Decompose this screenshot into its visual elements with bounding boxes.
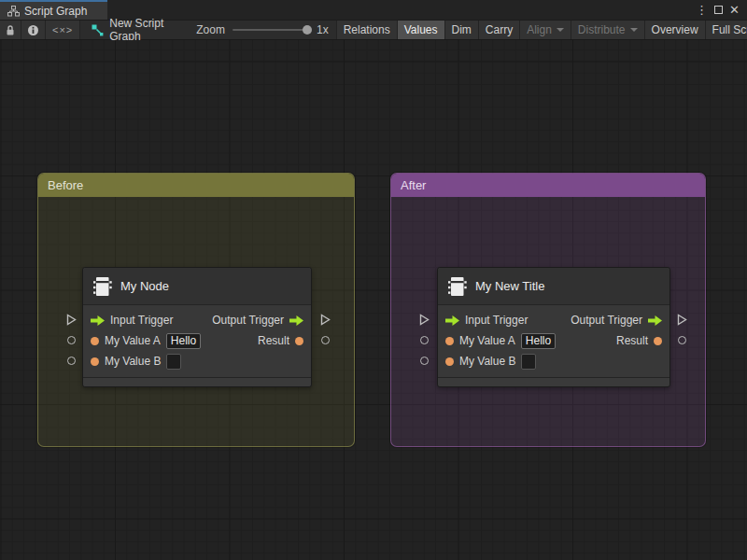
node-body: Input Trigger Output Trigger My Value A … (83, 305, 311, 377)
result-port[interactable]: Result (616, 334, 662, 347)
triangle-port-icon (66, 314, 77, 326)
graph-selector[interactable]: New Script Graph (80, 21, 183, 39)
value-a-input[interactable]: Hello (521, 333, 556, 349)
triangle-port-icon (419, 314, 430, 326)
kebab-menu-icon[interactable]: ⋮ (696, 4, 708, 16)
port-row-value-a: My Value A Hello Result (83, 330, 311, 351)
graph-toolbar: <×> New Script Graph Zoom 1x Relations V… (0, 20, 747, 40)
port-row-value-a: My Value A Hello Result (438, 330, 669, 351)
port-label: Result (616, 334, 648, 347)
align-label: Align (527, 23, 552, 36)
circle-port-icon (420, 336, 429, 344)
info-button[interactable] (21, 21, 46, 39)
value-port-icon (91, 337, 99, 345)
node-my-new-title[interactable]: My New Title Input Trigger Output Trigge… (437, 267, 670, 387)
value-port-icon (91, 357, 99, 366)
zoom-control: Zoom 1x (183, 21, 335, 39)
output-trigger-port[interactable]: Output Trigger (212, 314, 303, 327)
overview-button[interactable]: Overview (645, 21, 706, 39)
output-trigger-port[interactable]: Output Trigger (571, 314, 662, 327)
input-trigger-port[interactable]: Input Trigger (445, 314, 528, 327)
group-after-header[interactable]: After (391, 174, 705, 197)
value-b-port[interactable]: My Value B (445, 354, 536, 370)
value-input-port-outline[interactable] (64, 350, 78, 371)
zoom-label: Zoom (196, 23, 225, 36)
group-before-header[interactable]: Before (38, 174, 354, 197)
chevron-down-icon (557, 28, 564, 32)
value-b-input[interactable] (521, 354, 536, 370)
node-header[interactable]: My New Title (438, 268, 669, 305)
node-header[interactable]: My Node (83, 268, 311, 305)
group-before[interactable]: Before (37, 173, 355, 447)
window-controls: ⋮ ✕ (696, 0, 747, 20)
circle-port-icon (67, 357, 76, 365)
carry-button[interactable]: Carry (479, 21, 520, 39)
flow-input-port-outline[interactable] (64, 309, 78, 329)
script-graph-window: Script Graph ⋮ ✕ (0, 0, 747, 560)
node-footer (438, 377, 669, 386)
circle-port-icon (678, 336, 686, 344)
external-input-ports (417, 309, 430, 371)
graph-name-label: New Script Graph (109, 17, 174, 43)
value-b-port[interactable]: My Value B (91, 354, 181, 370)
external-output-ports (675, 309, 688, 350)
values-button[interactable]: Values (398, 21, 445, 39)
flow-arrow-icon (445, 315, 459, 326)
chevron-down-icon (630, 28, 638, 32)
tab-script-graph[interactable]: Script Graph (0, 0, 107, 20)
external-input-ports (64, 309, 78, 371)
port-label: Input Trigger (110, 314, 173, 327)
circle-port-icon (420, 357, 429, 365)
flow-input-port-outline[interactable] (417, 309, 430, 329)
port-row-value-b: My Value B (438, 351, 669, 371)
value-port-icon (445, 337, 454, 345)
distribute-label: Distribute (578, 23, 626, 36)
relations-button[interactable]: Relations (337, 21, 398, 39)
value-b-input[interactable] (166, 354, 181, 370)
group-after[interactable]: After (390, 173, 706, 447)
align-dropdown[interactable]: Align (520, 21, 571, 39)
node-my-node[interactable]: My Node Input Trigger Output Trigger (82, 267, 312, 387)
value-output-port-outline[interactable] (675, 329, 688, 350)
result-port[interactable]: Result (258, 334, 303, 347)
node-title: My Node (120, 279, 169, 293)
triangle-port-icon (677, 314, 687, 326)
node-footer (83, 377, 311, 386)
value-input-port-outline[interactable] (417, 329, 430, 350)
toolbar-button-group: Relations Values Dim Carry Align Distrib… (336, 21, 747, 39)
close-icon[interactable]: ✕ (729, 4, 740, 16)
input-trigger-port[interactable]: Input Trigger (91, 314, 173, 327)
value-a-input[interactable]: Hello (166, 333, 201, 349)
value-input-port-outline[interactable] (417, 350, 430, 371)
value-a-port[interactable]: My Value A Hello (445, 333, 556, 349)
zoom-value: 1x (317, 23, 329, 36)
lock-button[interactable] (0, 21, 21, 39)
flow-output-port-outline[interactable] (675, 309, 688, 329)
port-label: My Value A (459, 334, 515, 347)
graph-hierarchy-icon (7, 6, 20, 17)
flow-arrow-icon (289, 315, 303, 326)
distribute-dropdown[interactable]: Distribute (571, 21, 645, 39)
flow-arrow-icon (648, 315, 662, 326)
maximize-icon[interactable] (714, 6, 723, 14)
tab-title: Script Graph (24, 5, 87, 18)
info-icon (27, 24, 39, 36)
value-a-port[interactable]: My Value A Hello (91, 333, 201, 349)
flow-output-port-outline[interactable] (318, 309, 331, 329)
graph-canvas[interactable]: Before (0, 40, 747, 560)
value-input-port-outline[interactable] (64, 329, 78, 350)
circle-port-icon (67, 336, 76, 344)
dim-button[interactable]: Dim (445, 21, 479, 39)
node-body: Input Trigger Output Trigger My Value A … (438, 305, 669, 377)
group-label: Before (48, 178, 83, 192)
fullscreen-button[interactable]: Full Scr (706, 21, 747, 39)
zoom-slider-handle[interactable] (303, 25, 312, 35)
value-port-icon (295, 337, 303, 345)
code-preview-button[interactable]: <×> (46, 21, 80, 39)
port-row-value-b: My Value B (83, 351, 311, 371)
code-icon: <×> (52, 24, 73, 35)
port-label: My Value A (105, 334, 161, 347)
zoom-slider[interactable] (233, 29, 309, 31)
circle-port-icon (321, 336, 330, 344)
value-output-port-outline[interactable] (318, 329, 331, 350)
